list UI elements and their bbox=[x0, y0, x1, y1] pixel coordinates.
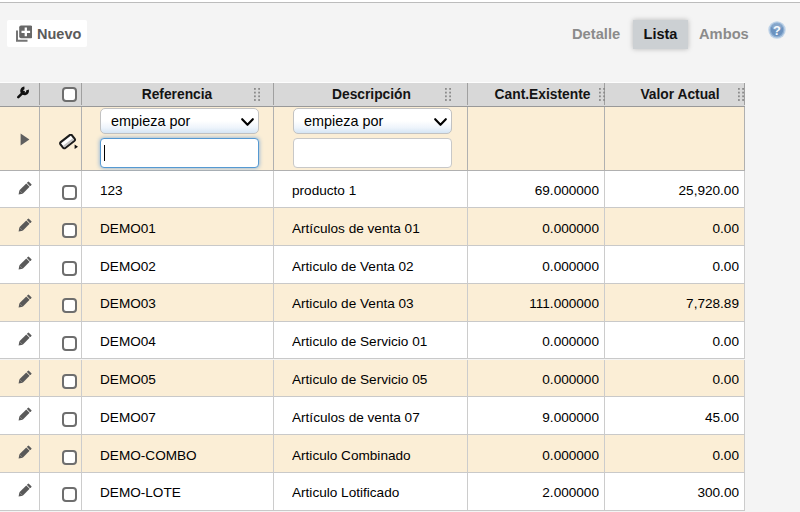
svg-text:?: ? bbox=[773, 23, 781, 38]
